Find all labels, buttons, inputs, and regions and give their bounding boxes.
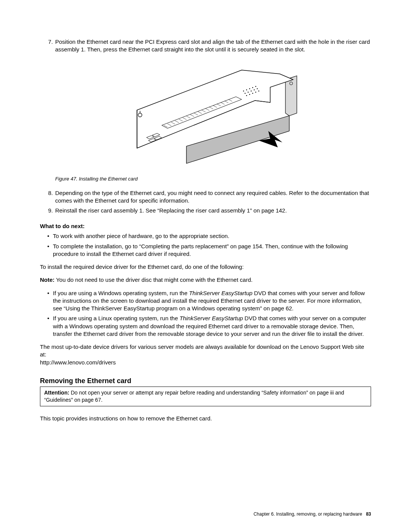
step-text: Depending on the type of the Ethernet ca… bbox=[55, 189, 371, 205]
ethernet-card-illustration bbox=[110, 64, 301, 171]
bullet-text: If you are using a Windows operating sys… bbox=[53, 289, 371, 313]
page: 7. Position the Ethernet card near the P… bbox=[0, 0, 411, 532]
svg-point-34 bbox=[254, 89, 255, 90]
footer-page-number: 83 bbox=[366, 511, 371, 517]
step-9: 9. Reinstall the riser card assembly 1. … bbox=[40, 207, 371, 214]
svg-point-30 bbox=[255, 86, 256, 87]
bullet-text: To complete the installation, go to “Com… bbox=[53, 243, 371, 258]
bullet-text: If you are using a Linux operating syste… bbox=[53, 315, 371, 338]
bullet-icon: • bbox=[44, 315, 53, 338]
topic-intro: This topic provides instructions on how … bbox=[40, 415, 371, 422]
product-name: ThinkServer EasyStartup bbox=[180, 315, 243, 321]
attention-text: Do not open your server or attempt any r… bbox=[44, 390, 344, 403]
footer-chapter: Chapter 6. Installing, removing, or repl… bbox=[253, 511, 362, 517]
bullet-icon: • bbox=[44, 289, 53, 313]
svg-point-33 bbox=[251, 90, 252, 91]
svg-point-27 bbox=[246, 89, 247, 90]
step-7: 7. Position the Ethernet card near the P… bbox=[40, 38, 371, 54]
drivers-site-url: http://www.lenovo.com/drivers bbox=[40, 359, 116, 366]
step-text: Reinstall the riser card assembly 1. See… bbox=[55, 207, 371, 214]
bullet-icon: • bbox=[44, 232, 53, 240]
svg-point-39 bbox=[255, 91, 256, 93]
bullet-complete-installation: • To complete the installation, go to “C… bbox=[40, 243, 371, 258]
step-number: 7. bbox=[44, 38, 55, 54]
svg-point-26 bbox=[243, 90, 244, 91]
svg-point-32 bbox=[248, 91, 249, 93]
drivers-site-text: The most up-to-date device drivers for v… bbox=[40, 343, 364, 358]
svg-point-28 bbox=[249, 88, 250, 89]
step-text: Position the Ethernet card near the PCI … bbox=[55, 38, 371, 54]
svg-point-29 bbox=[252, 87, 253, 88]
figure-caption: Figure 47. Installing the Ethernet card bbox=[55, 176, 371, 182]
step-number: 8. bbox=[44, 189, 55, 205]
step-number: 9. bbox=[44, 207, 55, 214]
attention-box: Attention: Do not open your server or at… bbox=[40, 387, 371, 406]
bullet-linux-driver: • If you are using a Linux operating sys… bbox=[40, 315, 371, 338]
svg-point-36 bbox=[246, 95, 247, 96]
svg-point-45 bbox=[138, 113, 142, 117]
figure-47 bbox=[40, 64, 371, 172]
step-8: 8. Depending on the type of the Ethernet… bbox=[40, 189, 371, 205]
bullet-icon: • bbox=[44, 243, 53, 258]
heading-removing-ethernet-card: Removing the Ethernet card bbox=[40, 377, 371, 385]
bullet-work-other-hardware: • To work with another piece of hardware… bbox=[40, 232, 371, 240]
svg-point-35 bbox=[257, 88, 258, 89]
drivers-site-paragraph: The most up-to-date device drivers for v… bbox=[40, 343, 371, 366]
note-paragraph: Note: You do not need to use the driver … bbox=[40, 276, 371, 284]
note-text: You do not need to use the driver disc t… bbox=[54, 276, 252, 283]
svg-point-37 bbox=[249, 94, 250, 95]
svg-point-40 bbox=[258, 90, 260, 91]
product-name: ThinkServer EasyStartup bbox=[189, 290, 253, 296]
svg-point-38 bbox=[252, 93, 253, 94]
bullet-windows-driver: • If you are using a Windows operating s… bbox=[40, 289, 371, 313]
attention-label: Attention: bbox=[44, 390, 69, 396]
bullet-text: To work with another piece of hardware, … bbox=[53, 232, 371, 240]
what-to-do-next-label: What to do next: bbox=[40, 223, 371, 229]
page-footer: Chapter 6. Installing, removing, or repl… bbox=[253, 511, 371, 517]
driver-intro: To install the required device driver fo… bbox=[40, 263, 371, 271]
svg-point-31 bbox=[245, 93, 246, 94]
note-label: Note: bbox=[40, 276, 54, 283]
